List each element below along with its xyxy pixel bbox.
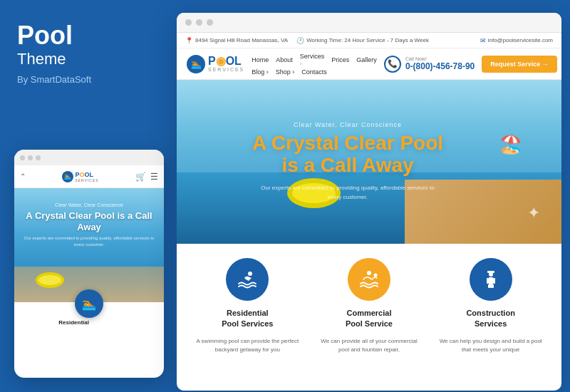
service-card-residential: ResidentialPool Services A swimming pool… [196,258,299,354]
mobile-menu-icon: ☰ [150,172,158,182]
email-icon: ✉ [480,37,486,44]
nav-blog[interactable]: Blog › [252,68,269,76]
mobile-browser-bar [14,150,164,165]
desktop-logo: 🏊 P◉OL SERVICES [187,55,244,73]
desktop-logo-name: P◉OL [208,56,244,67]
nav-home[interactable]: Home [252,56,269,63]
hero-tagline: Clear Water, Clear Conscience [294,121,402,128]
clock-icon: 🕐 [296,37,304,44]
construction-service-icon [470,258,512,301]
nav-gallery[interactable]: Gallery [356,56,377,63]
hero-title: A Crystal Clear Pool is a Call Away [252,133,443,177]
commercial-pool-icon [358,268,380,291]
desktop-logo-sub: SERVICES [208,67,244,72]
svg-rect-9 [491,284,494,288]
nav-prices[interactable]: Prices [331,56,349,63]
mobile-hero-float [36,272,64,288]
mobile-dot-3 [36,155,41,160]
nav-contacts[interactable]: Contacts [301,68,327,76]
svg-point-2 [373,274,377,277]
svg-rect-6 [487,278,489,284]
service-card-construction: ConstructionServices We can help you des… [439,258,542,354]
services-section: ResidentialPool Services A swimming pool… [177,244,561,364]
address-item: 📍 8494 Signal Hill Road Manassas, VA [185,37,288,44]
phone-area: 📞 Call Now! 0-(800)-456-78-90 [384,56,475,73]
service-card-commercial: CommercialPool Service We can provide al… [317,258,420,354]
mobile-mockup: ⌃ 🏊 POOL SERVICES 🛒 ☰ Clear Water, Clear… [14,150,164,378]
residential-service-icon [226,258,269,301]
svg-rect-8 [488,284,491,288]
construction-service-desc: We can help you design and build a pool … [439,337,542,354]
mobile-dot-1 [20,155,25,160]
hero-text-overlay: Clear Water, Clear Conscience A Crystal … [177,80,561,244]
desktop-dot-3 [207,19,213,26]
mobile-cart-icon: 🛒 [135,172,146,182]
construction-service-name: ConstructionServices [466,308,514,330]
svg-rect-5 [489,277,493,284]
info-bar: 📍 8494 Signal Hill Road Manassas, VA 🕐 W… [177,33,561,48]
mobile-nav: ⌃ 🏊 POOL SERVICES 🛒 ☰ [14,165,164,188]
theme-title: Pool [17,23,160,48]
mobile-chevron-down-icon: ⌃ [20,172,26,180]
left-panel: Pool Theme By SmartDataSoft ⌃ 🏊 POOL SER… [0,0,177,392]
svg-point-4 [489,272,493,277]
commercial-service-desc: We can provide all of your commercial po… [317,337,420,354]
desktop-browser-bar [177,13,561,33]
nav-row-2: Blog › Shop › Contacts [252,68,377,76]
theme-subtitle: Theme [17,50,160,68]
nav-row-1: Home About Services › Prices Gallery [252,53,377,67]
nav-shop[interactable]: Shop › [276,68,295,76]
hours-item: 🕐 Working Time: 24 Hour Service - 7 Days… [296,37,429,44]
hero-title-line2: is a Call Away [281,154,413,176]
mobile-hero-text: Clear Water, Clear Conscience A Crystal … [21,202,157,247]
mobile-service-area: 🏊 Residential [14,302,164,345]
mobile-hero-tagline: Clear Water, Clear Conscience [21,202,157,207]
desktop-logo-icon: 🏊 [187,55,205,73]
nav-services[interactable]: Services › [300,53,325,67]
commercial-service-icon [348,258,390,301]
theme-author: By SmartDataSoft [17,74,160,85]
hero-section: 🏖️ ✦ Clear Water, Clear Conscience A Cry… [177,80,561,244]
nav-about[interactable]: About [276,56,293,63]
desktop-nav: 🏊 P◉OL SERVICES Home About Services › Pr… [177,48,561,80]
phone-info: Call Now! 0-(800)-456-78-90 [405,56,475,71]
mobile-hero-title: A Crystal Clear Pool is a Call Away [21,210,157,232]
phone-icon: 📞 [384,56,401,73]
residential-service-name: ResidentialPool Services [222,308,273,330]
desktop-dot-1 [185,19,192,26]
svg-rect-7 [493,278,495,284]
mobile-service-label: Residential [58,319,89,326]
desktop-dot-2 [196,19,202,26]
hero-title-line1: A Crystal Clear Pool [252,132,443,154]
info-bar-left: 📍 8494 Signal Hill Road Manassas, VA 🕐 W… [185,37,429,44]
mobile-hero-desc: Our experts are committed to providing q… [21,235,157,247]
desktop-nav-links: Home About Services › Prices Gallery Blo… [252,53,377,76]
mobile-dot-2 [28,155,33,160]
svg-point-0 [248,272,252,276]
construction-worker-icon [480,268,502,291]
desktop-mockup: 📍 8494 Signal Hill Road Manassas, VA 🕐 W… [177,13,561,391]
hero-desc: Our experts are committed to providing q… [259,184,437,202]
email-text: info@poolservicesite.com [488,37,553,43]
phone-number: 0-(800)-456-78-90 [405,61,475,71]
call-now-label: Call Now! [405,56,475,61]
mobile-logo: 🏊 POOL SERVICES [62,171,98,182]
pool-swimmer-icon [236,268,259,291]
svg-point-1 [367,271,371,275]
mobile-service-icon: 🏊 [75,289,103,318]
email-item: ✉ info@poolservicesite.com [480,37,553,44]
residential-service-desc: A swimming pool can provide the perfect … [196,337,299,354]
request-service-button[interactable]: Request Service → [482,56,557,73]
mobile-logo-icon: 🏊 [62,171,73,182]
mobile-hero: Clear Water, Clear Conscience A Crystal … [14,188,164,302]
location-icon: 📍 [185,37,193,44]
address-text: 8494 Signal Hill Road Manassas, VA [195,37,288,43]
commercial-service-name: CommercialPool Service [346,308,393,330]
hours-text: Working Time: 24 Hour Service - 7 Days a… [306,37,429,43]
